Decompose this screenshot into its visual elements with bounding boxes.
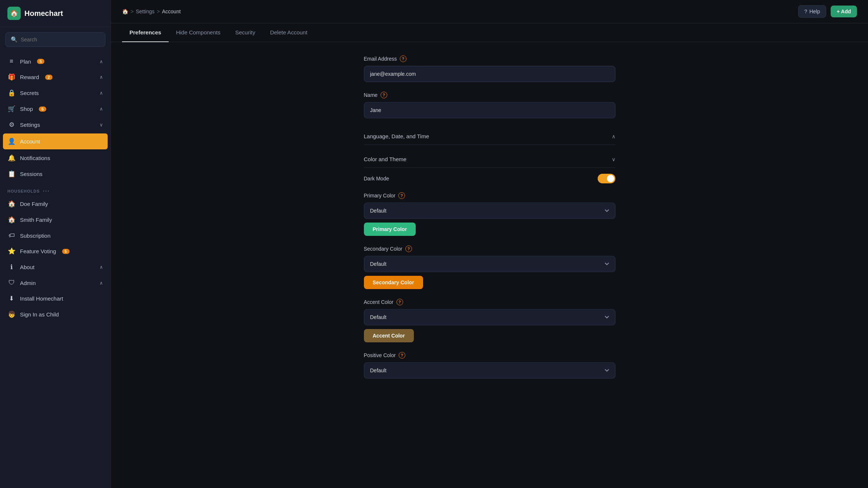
install-icon: ⬇ xyxy=(7,295,16,302)
sidebar-item-label: Install Homechart xyxy=(20,295,63,302)
logo[interactable]: 🏠 Homechart xyxy=(0,0,111,27)
breadcrumb-settings[interactable]: Settings xyxy=(136,9,155,14)
tab-delete-account[interactable]: Delete Account xyxy=(263,23,315,42)
households-menu-icon[interactable]: ··· xyxy=(43,188,50,194)
sidebar-item-sign-in-as-child[interactable]: 👦 Sign In as Child xyxy=(0,306,111,322)
reward-badge: 2 xyxy=(45,75,53,80)
chevron-up-icon: ∧ xyxy=(99,90,103,96)
child-icon: 👦 xyxy=(7,311,16,318)
topbar-actions: ? Help + Add xyxy=(798,5,857,18)
secondary-color-help-icon[interactable]: ? xyxy=(405,245,412,252)
breadcrumb-home-icon[interactable]: 🏠 xyxy=(122,9,128,14)
positive-color-help-icon[interactable]: ? xyxy=(399,352,405,359)
sidebar-item-label: Smith Family xyxy=(20,217,52,223)
households-section-label: HOUSEHOLDS ··· xyxy=(0,183,111,196)
email-field[interactable] xyxy=(364,66,615,82)
language-section-toggle[interactable]: Language, Date, and Time ∧ xyxy=(364,128,615,145)
tab-hide-components[interactable]: Hide Components xyxy=(169,23,228,42)
plan-badge: 5 xyxy=(37,59,44,64)
name-field[interactable] xyxy=(364,102,615,118)
chevron-up-icon: ∧ xyxy=(99,59,103,64)
breadcrumb-sep2: > xyxy=(157,9,160,14)
accent-color-help-icon[interactable]: ? xyxy=(396,299,403,305)
positive-color-select[interactable]: Default Red Green Blue xyxy=(364,362,615,379)
sidebar-item-notifications[interactable]: 🔔 Notifications xyxy=(0,150,111,166)
sidebar-item-label: Secrets xyxy=(20,90,39,96)
sidebar-item-label: Settings xyxy=(20,122,40,128)
sidebar-item-about[interactable]: ℹ About ∧ xyxy=(0,259,111,275)
sidebar-item-label: Sessions xyxy=(20,171,43,177)
accent-color-preview-button[interactable]: Accent Color xyxy=(364,329,414,342)
sidebar-item-admin[interactable]: 🛡 Admin ∧ xyxy=(0,275,111,291)
accent-color-label: Accent Color ? xyxy=(364,299,615,305)
sidebar-item-settings[interactable]: ⚙ Settings ∨ xyxy=(0,117,111,133)
chevron-up-icon: ∧ xyxy=(99,280,103,286)
reward-icon: 🎁 xyxy=(7,73,16,81)
chevron-up-icon: ∧ xyxy=(99,264,103,270)
sidebar-item-label: Shop xyxy=(20,106,33,112)
sidebar: 🏠 Homechart 🔍 ≡ Plan 5 ∧ 🎁 Reward 2 ∧ 🔒 … xyxy=(0,0,111,488)
sessions-icon: 📋 xyxy=(7,170,16,178)
chevron-up-icon: ∧ xyxy=(612,133,615,139)
settings-form: Email Address ? Name ? Language, Date, a… xyxy=(349,42,630,401)
account-icon: 👤 xyxy=(7,138,16,145)
sidebar-item-label: Reward xyxy=(20,74,39,80)
sidebar-item-label: Admin xyxy=(20,280,36,286)
accent-color-group: Accent Color ? Default Red Green Blue Ac… xyxy=(364,299,615,342)
email-help-icon[interactable]: ? xyxy=(400,55,406,62)
search-input[interactable] xyxy=(21,37,100,43)
shop-icon: 🛒 xyxy=(7,105,16,113)
search-bar[interactable]: 🔍 xyxy=(5,32,105,47)
sidebar-item-subscription[interactable]: 🏷 Subscription xyxy=(0,228,111,243)
sidebar-item-account[interactable]: 👤 Account xyxy=(3,133,108,149)
sidebar-item-doe-family[interactable]: 🏠 Doe Family xyxy=(0,196,111,212)
settings-icon: ⚙ xyxy=(7,121,16,129)
sidebar-item-smith-family[interactable]: 🏠 Smith Family xyxy=(0,212,111,228)
sidebar-item-feature-voting[interactable]: ⭐ Feature Voting 5 xyxy=(0,243,111,259)
primary-color-label: Primary Color ? xyxy=(364,192,615,199)
secondary-color-preview-button[interactable]: Secondary Color xyxy=(364,276,423,289)
name-help-icon[interactable]: ? xyxy=(381,92,387,98)
accent-color-select[interactable]: Default Red Green Blue xyxy=(364,309,615,325)
about-icon: ℹ xyxy=(7,263,16,271)
secondary-color-group: Secondary Color ? Default Red Green Blue… xyxy=(364,245,615,289)
name-label: Name ? xyxy=(364,92,615,98)
sidebar-item-label: Notifications xyxy=(20,155,50,161)
positive-color-group: Positive Color ? Default Red Green Blue xyxy=(364,352,615,379)
tab-preferences[interactable]: Preferences xyxy=(122,23,169,42)
help-button[interactable]: ? Help xyxy=(798,5,827,18)
primary-color-help-icon[interactable]: ? xyxy=(398,192,405,199)
shop-badge: 6 xyxy=(39,106,46,112)
color-theme-section-toggle[interactable]: Color and Theme ∨ xyxy=(364,151,615,168)
primary-color-group: Primary Color ? Default Red Green Blue P… xyxy=(364,192,615,236)
notifications-icon: 🔔 xyxy=(7,154,16,162)
household-icon: 🏠 xyxy=(7,216,16,224)
sidebar-item-plan[interactable]: ≡ Plan 5 ∧ xyxy=(0,54,111,69)
primary-color-preview-button[interactable]: Primary Color xyxy=(364,223,416,236)
breadcrumb-current: Account xyxy=(162,9,181,14)
primary-color-select[interactable]: Default Red Green Blue xyxy=(364,203,615,219)
plan-icon: ≡ xyxy=(7,58,16,65)
bottom-nav: 🏷 Subscription ⭐ Feature Voting 5 ℹ Abou… xyxy=(0,228,111,322)
name-group: Name ? xyxy=(364,92,615,118)
sidebar-item-sessions[interactable]: 📋 Sessions xyxy=(0,166,111,182)
main-content: 🏠 > Settings > Account ? Help + Add Pref… xyxy=(111,0,868,488)
sidebar-item-reward[interactable]: 🎁 Reward 2 ∧ xyxy=(0,69,111,85)
positive-color-label: Positive Color ? xyxy=(364,352,615,359)
dark-mode-row: Dark Mode xyxy=(364,174,615,183)
add-button[interactable]: + Add xyxy=(831,6,857,17)
tab-security[interactable]: Security xyxy=(228,23,263,42)
secondary-color-label: Secondary Color ? xyxy=(364,245,615,252)
email-group: Email Address ? xyxy=(364,55,615,82)
sidebar-item-secrets[interactable]: 🔒 Secrets ∧ xyxy=(0,85,111,101)
sidebar-item-shop[interactable]: 🛒 Shop 6 ∧ xyxy=(0,101,111,117)
search-icon: 🔍 xyxy=(11,36,18,43)
tabs-bar: Preferences Hide Components Security Del… xyxy=(111,23,868,42)
dark-mode-toggle[interactable] xyxy=(598,174,615,183)
breadcrumb: 🏠 > Settings > Account xyxy=(122,9,181,14)
chevron-up-icon: ∧ xyxy=(99,74,103,80)
sidebar-item-label: Account xyxy=(20,138,40,145)
secondary-color-select[interactable]: Default Red Green Blue xyxy=(364,256,615,272)
sidebar-item-install-homechart[interactable]: ⬇ Install Homechart xyxy=(0,291,111,306)
household-icon: 🏠 xyxy=(7,200,16,208)
